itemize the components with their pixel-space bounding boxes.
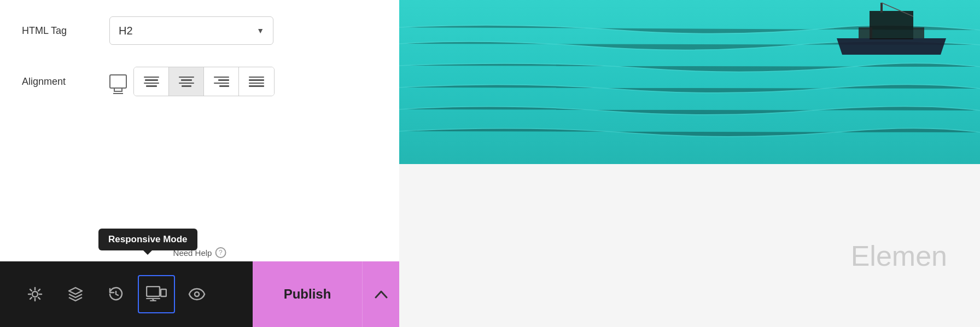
layers-button[interactable] [57, 275, 94, 313]
right-panel: Elemen [399, 0, 980, 327]
chevron-up-icon [375, 290, 388, 299]
svg-rect-2 [161, 289, 166, 296]
html-tag-dropdown[interactable]: H2 ▼ [109, 16, 273, 45]
align-justify-icon [249, 77, 264, 87]
layers-icon [67, 285, 84, 303]
align-justify-button[interactable] [239, 67, 274, 96]
svg-rect-12 [859, 27, 872, 38]
dropdown-arrow-icon: ▼ [256, 26, 264, 35]
svg-point-0 [32, 291, 38, 297]
alignment-label: Alignment [22, 76, 109, 87]
settings-area: HTML Tag H2 ▼ Alignment [0, 0, 399, 261]
left-panel: HTML Tag H2 ▼ Alignment [0, 0, 399, 327]
svg-rect-13 [913, 27, 924, 38]
tooltip-text: Responsive Mode [98, 229, 197, 250]
responsive-mode-button[interactable] [138, 275, 175, 313]
alignment-control [109, 67, 275, 96]
preview-background-svg [399, 0, 980, 164]
align-left-icon [144, 77, 159, 87]
align-left-button[interactable] [134, 67, 169, 96]
html-tag-label: HTML Tag [22, 25, 109, 37]
settings-button[interactable] [16, 275, 54, 313]
html-tag-row: HTML Tag H2 ▼ [22, 16, 377, 45]
eye-icon [188, 285, 206, 303]
html-tag-control: H2 ▼ [109, 16, 273, 45]
html-tag-value: H2 [119, 25, 133, 37]
help-icon[interactable]: ? [215, 247, 226, 258]
alignment-row: Alignment [22, 67, 377, 96]
alignment-buttons-group [133, 67, 275, 96]
align-right-icon [214, 77, 229, 87]
history-button[interactable] [97, 275, 135, 313]
svg-point-6 [195, 292, 199, 296]
preview-button[interactable] [178, 275, 215, 313]
responsive-mode-tooltip: Responsive Mode [98, 229, 197, 250]
responsive-mode-icon [146, 286, 167, 302]
gear-icon [26, 285, 44, 303]
svg-rect-10 [880, 3, 883, 13]
element-preview-text: Elemen [851, 240, 947, 272]
svg-rect-1 [147, 287, 160, 296]
align-center-button[interactable] [169, 67, 204, 96]
bottom-toolbar: Publish [0, 261, 399, 327]
svg-rect-9 [870, 11, 913, 39]
preview-image [399, 0, 980, 164]
align-center-icon [179, 77, 194, 87]
history-icon [107, 285, 125, 303]
chevron-up-button[interactable] [362, 261, 399, 327]
monitor-icon[interactable] [109, 74, 127, 89]
publish-button[interactable]: Publish [253, 261, 362, 327]
align-right-button[interactable] [204, 67, 239, 96]
